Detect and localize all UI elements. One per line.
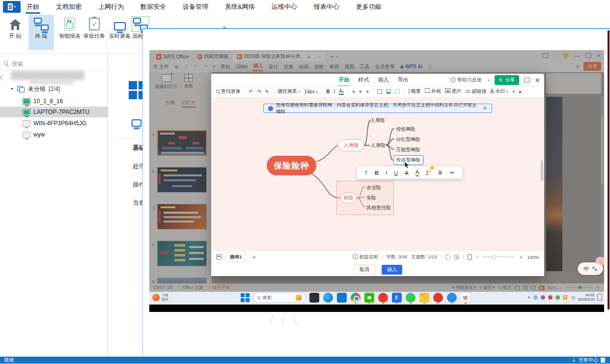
theme-toggle-icon[interactable]: ◔ [487,78,490,83]
edge-icon[interactable] [323,293,333,303]
mindmap-child-life-top[interactable]: 人身险 [370,117,385,124]
insert-button[interactable]: 插入 [382,265,402,275]
store-icon[interactable] [337,293,347,303]
sidebar-search[interactable] [0,58,108,71]
minimap-icon[interactable] [468,254,472,260]
wechat-icon[interactable] [364,293,374,303]
locate-center-icon[interactable] [454,254,459,259]
task-list-icon[interactable] [601,358,605,363]
dialog-share-button[interactable]: ⇱ 分享 [495,75,519,85]
frame-button[interactable]: 外框 [425,88,441,95]
menu-tab-more[interactable]: 更多功能 [355,0,383,14]
taskbar-weather-widget[interactable]: 小雨 阴天 [152,293,168,302]
start-button[interactable] [241,293,250,302]
font-family-select[interactable]: 微软雅黑 ▾ [277,88,300,95]
dialog-close-icon[interactable]: ✕ [535,77,540,84]
mindmap-branch-life[interactable]: 人身险 [338,139,364,151]
tray-app-icon-3[interactable] [555,295,560,300]
menu-tab-doc-encrypt[interactable]: 文档加密 [55,0,83,14]
terminal-row-laptop-selected[interactable]: LAPTOP-7PAC2MTU [0,107,108,117]
help-feedback-link[interactable]: ? 帮助与反馈 [450,77,482,84]
mindmap-leaf-liability[interactable]: 其他责任险 [366,204,391,211]
cancel-button[interactable]: 取消 [353,265,376,275]
task-view-button[interactable] [309,293,319,303]
more-tools-icon[interactable]: ⚡ [512,89,515,94]
file-explorer-icon[interactable] [419,293,429,303]
numbered-list-button[interactable]: ≔ [449,169,455,176]
chrome-icon[interactable] [351,293,360,303]
watermark-button[interactable]: A̲ 水印 ▾ [490,88,508,95]
rights-link[interactable]: i 权益说明 [353,254,378,260]
toolbar-live-screen-button[interactable]: 实时屏幕 [109,15,131,50]
equation-button[interactable]: Σx [426,169,431,176]
menu-tab-ops-center[interactable]: 运维中心 [271,0,298,14]
tray-app-icon[interactable] [541,295,545,300]
toolbar-terminal-button[interactable]: 终 端 [28,15,54,50]
mindmap-canvas[interactable]: i 思维导图使用时需保持联网，内容会实时保存至云文档。关闭后可在云文档中找到文件… [211,97,544,251]
font-size-select[interactable]: 14px ▾ [304,89,318,94]
bold-button[interactable]: B [375,170,379,176]
green-app-icon[interactable] [406,293,416,303]
font-color-button[interactable]: A▾ [339,88,344,95]
toolbar-smart-report-button[interactable]: 智能报表 [56,15,83,50]
search-input[interactable] [12,59,95,68]
dialog-tab-start[interactable]: 开始 [338,76,349,84]
terminal-row-10-1-8-16[interactable]: 10_1_8_16 [0,96,108,107]
popout-icon[interactable] [524,78,530,83]
zoom-out-icon[interactable]: − [476,254,479,260]
toolbar-home-button[interactable]: 开 始 [4,15,27,50]
opera-icon[interactable] [378,293,388,303]
network-icon[interactable]: 🛜 [563,295,568,300]
taskbar-search[interactable]: 搜索 [253,293,305,303]
ime-floating-pill[interactable]: ★ 中 🐾 [578,262,603,275]
mindmap-leaf-traditional[interactable]: 传统寿险 [396,126,416,133]
canvas-tab[interactable]: 画布1 [225,252,246,262]
app-menu-button[interactable]: ▾ [3,1,21,13]
strikethrough-button[interactable]: A [405,170,408,176]
dialog-tab-export[interactable]: 导出 [397,76,408,84]
align-center-icon[interactable]: ≡ [359,89,362,94]
menu-tab-data-security[interactable]: 数据安全 [139,0,167,14]
mindmap-leaf-universal[interactable]: 万能型寿险 [396,146,420,153]
toolbar-approval-button[interactable]: 审批任务 [83,15,106,50]
tree-group-row[interactable]: ▼ 未分组 [2/4] [0,84,108,94]
chevron-down-icon[interactable]: ▼ [10,87,14,91]
insert-relation-icon[interactable] [395,89,400,94]
tray-cloud-icon[interactable] [533,295,538,300]
menu-tab-report-center[interactable]: 报表中心 [313,0,340,14]
mindmap-branch-property[interactable]: 财险 [341,193,357,203]
red-app-icon[interactable] [433,293,443,303]
terminal-row-win[interactable]: WIN-4FP3P64H5JG [0,118,108,129]
mindmap-leaf-agriculture[interactable]: 农业险 [366,184,381,191]
add-canvas-button[interactable]: ＋ [251,253,257,261]
menu-tab-web-behavior[interactable]: 上网行为 [97,0,125,14]
italic-button[interactable]: I [386,170,387,176]
volume-icon[interactable]: ◁) [571,295,575,300]
quark-browser-icon[interactable] [447,293,457,303]
menu-tab-device-mgmt[interactable]: 设备管理 [182,0,209,14]
canvas-scrollbar[interactable] [541,160,543,181]
wps-taskbar-icon[interactable]: W [461,293,471,303]
bullet-list-button[interactable]: ≣ [438,169,443,176]
italic-button[interactable]: I [333,89,335,94]
menu-tab-home[interactable]: 开始 [26,0,40,14]
zoom-slider[interactable] [482,256,515,257]
expand-more-icon[interactable]: ▸ [519,89,522,94]
terminal-root-blurred[interactable] [11,71,84,80]
summary-button[interactable]: } 概要 [408,88,421,95]
menu-tab-system-network[interactable]: 系统&网络 [224,0,256,14]
fit-screen-icon[interactable] [445,254,450,259]
mindmap-root-node[interactable]: 保险险种 [267,156,316,175]
mindmap-leaf-auto[interactable]: 车险 [366,195,376,201]
insert-subtopic-icon[interactable] [386,89,391,94]
undo-icon[interactable]: ↶ [249,89,253,94]
bold-button[interactable]: B [326,89,330,94]
image-button[interactable]: 图片 [445,88,462,95]
tray-app-icon-2[interactable] [548,295,553,300]
mindmap-child-life-mid[interactable]: 人身险 [371,142,386,149]
hyperlink-button[interactable]: 超链接 [466,88,487,95]
align-left-icon[interactable]: ≡ [352,89,355,94]
terminal-row-wyw[interactable]: wyw [0,129,108,140]
format-painter-icon[interactable]: ✎ [265,89,269,94]
task-center-link[interactable]: 任务中心 [579,357,598,364]
